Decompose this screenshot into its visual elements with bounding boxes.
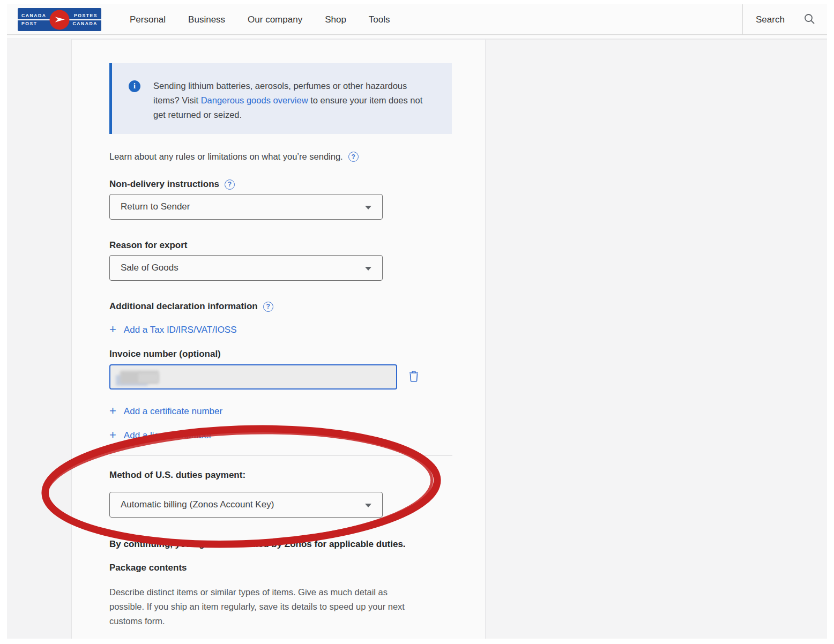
duties-payment-label: Method of U.S. duties payment: <box>109 470 245 481</box>
reason-export-dropdown[interactable]: Sale of Goods <box>109 255 383 281</box>
invoice-number-input[interactable] <box>109 364 397 390</box>
logo-text-left: CANADA POST <box>21 13 46 26</box>
nav-item-our-company[interactable]: Our company <box>248 14 302 25</box>
learn-rules-row: Learn about any rules or limitations on … <box>109 152 458 162</box>
add-tax-id-label: Add a Tax ID/IRS/VAT/IOSS <box>124 325 237 335</box>
add-license-link[interactable]: + Add a license number <box>109 430 458 441</box>
help-icon-non-delivery[interactable] <box>225 179 235 190</box>
customs-form: Sending lithium batteries, aerosols, per… <box>109 63 458 628</box>
logo-text-canada-fr: CANADA <box>73 21 98 26</box>
info-box-text: Sending lithium batteries, aerosols, per… <box>153 79 432 122</box>
non-delivery-dropdown[interactable]: Return to Sender <box>109 194 383 220</box>
logo-text-post: POST <box>21 21 46 26</box>
duties-payment-value: Automatic billing (Zonos Account Key) <box>121 499 274 510</box>
chevron-down-icon <box>365 206 371 209</box>
add-tax-id-link[interactable]: + Add a Tax ID/IRS/VAT/IOSS <box>109 324 458 336</box>
logo-text-postes: POSTES <box>74 13 98 18</box>
logo-text-right: POSTES CANADA <box>73 13 98 26</box>
package-contents-heading: Package contents <box>109 563 458 573</box>
invoice-label-row: Invoice number (optional) <box>109 349 458 360</box>
canada-post-logo[interactable]: CANADA POST POSTES CANADA <box>18 8 101 31</box>
duties-label-row: Method of U.S. duties payment: <box>109 470 458 481</box>
right-empty-area <box>486 39 827 639</box>
help-icon-additional-declaration[interactable] <box>263 302 273 312</box>
chevron-down-icon <box>365 504 371 507</box>
non-delivery-value: Return to Sender <box>121 201 190 212</box>
nav-item-business[interactable]: Business <box>188 14 225 25</box>
additional-declaration-label-row: Additional declaration information <box>109 301 458 312</box>
invoice-row <box>109 364 458 390</box>
nav-item-shop[interactable]: Shop <box>325 14 346 25</box>
logo-text-canada: CANADA <box>21 13 46 18</box>
plus-icon: + <box>109 429 116 441</box>
non-delivery-label-row: Non-delivery instructions <box>109 179 458 190</box>
plus-icon: + <box>109 324 116 335</box>
reason-export-label: Reason for export <box>109 240 187 251</box>
logo-wing-icon <box>50 10 70 29</box>
duties-payment-dropdown[interactable]: Automatic billing (Zonos Account Key) <box>109 492 383 518</box>
delete-invoice-button[interactable] <box>408 370 420 384</box>
plus-icon: + <box>109 405 116 417</box>
nav-item-tools[interactable]: Tools <box>369 14 390 25</box>
help-icon-learn-rules[interactable] <box>348 152 359 162</box>
trash-icon <box>408 370 420 384</box>
main-nav: Personal Business Our company Shop Tools <box>130 4 390 35</box>
non-delivery-label: Non-delivery instructions <box>109 179 219 190</box>
learn-rules-text: Learn about any rules or limitations on … <box>109 152 343 162</box>
canada-post-customs-form-page: CANADA POST POSTES CANADA Personal Busin… <box>0 0 834 644</box>
top-navigation-bar: CANADA POST POSTES CANADA Personal Busin… <box>7 4 827 35</box>
header-secondary-strip <box>7 35 827 39</box>
reason-export-label-row: Reason for export <box>109 240 458 251</box>
reason-export-value: Sale of Goods <box>121 263 178 273</box>
dangerous-goods-overview-link[interactable]: Dangerous goods overview <box>201 95 308 105</box>
search-label: Search <box>756 14 785 25</box>
customs-form-panel: Sending lithium batteries, aerosols, per… <box>72 39 486 639</box>
add-license-label: Add a license number <box>124 430 212 441</box>
dangerous-goods-info-box: Sending lithium batteries, aerosols, per… <box>109 63 452 134</box>
search-icon <box>803 13 815 27</box>
package-contents-description: Describe distinct items or similar types… <box>109 585 423 628</box>
redacted-value-blob <box>138 373 159 383</box>
search-button[interactable]: Search <box>742 4 827 35</box>
chevron-down-icon <box>365 267 371 271</box>
left-gutter <box>7 39 72 639</box>
add-certificate-link[interactable]: + Add a certificate number <box>109 406 458 417</box>
page-background: CANADA POST POSTES CANADA Personal Busin… <box>7 4 827 639</box>
info-icon <box>129 80 140 92</box>
zonos-agreement-text: By continuing, you agree to be billed by… <box>109 539 458 550</box>
section-divider <box>109 455 452 456</box>
main-area: Sending lithium batteries, aerosols, per… <box>7 39 827 639</box>
additional-declaration-label: Additional declaration information <box>109 301 258 312</box>
nav-item-personal[interactable]: Personal <box>130 14 166 25</box>
invoice-number-label: Invoice number (optional) <box>109 349 221 360</box>
add-certificate-label: Add a certificate number <box>124 406 222 417</box>
